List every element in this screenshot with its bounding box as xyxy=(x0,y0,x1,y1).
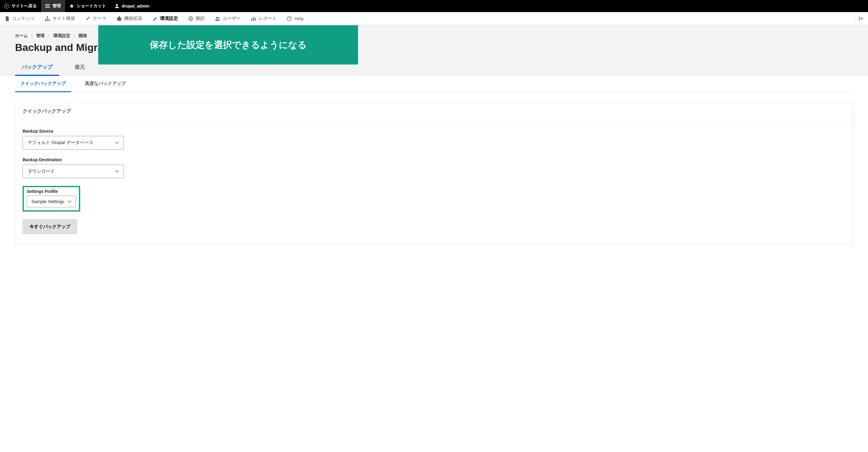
toolbar-structure-label: サイト構築 xyxy=(53,16,75,22)
back-to-site-link[interactable]: サイトへ戻る xyxy=(0,0,41,12)
svg-rect-5 xyxy=(47,16,48,18)
backup-destination-label: Backup Destination xyxy=(23,157,845,162)
help-icon: ? xyxy=(287,16,292,22)
toolbar-content[interactable]: コンテンツ xyxy=(0,12,40,25)
breadcrumb-separator: › xyxy=(74,33,75,38)
back-to-site-label: サイトへ戻る xyxy=(11,3,37,9)
page-content: クイックバックアップ 高度なバックアップ クイックバックアップ Backup S… xyxy=(0,76,868,257)
toolbar-people[interactable]: ユーザー xyxy=(210,12,246,25)
settings-profile-value: Sample Settings xyxy=(31,199,64,204)
toolbar-configuration-label: 環境設定 xyxy=(160,16,178,22)
toolbar-reports[interactable]: レポート xyxy=(246,12,282,25)
toolbar-appearance[interactable]: テーマ xyxy=(80,12,112,25)
chevron-down-icon xyxy=(115,170,119,173)
annotation-text: 保存した設定を選択できるようになる xyxy=(150,39,307,51)
backup-source-label: Backup Source xyxy=(23,129,845,133)
user-label: drupal_admin xyxy=(122,4,150,8)
bar-chart-icon xyxy=(251,16,256,22)
toolbar-configuration[interactable]: 環境設定 xyxy=(147,12,183,25)
svg-rect-12 xyxy=(251,19,252,21)
star-icon xyxy=(69,4,74,8)
chevron-down-icon xyxy=(115,141,119,144)
panel-body: Backup Source デフォルト Drupal データベース Backup… xyxy=(16,120,852,245)
breadcrumb-manage[interactable]: 管理 xyxy=(36,33,44,38)
breadcrumb-home[interactable]: ホーム xyxy=(15,33,28,38)
svg-point-4 xyxy=(116,4,118,6)
backup-source-value: デフォルト Drupal データベース xyxy=(28,140,93,146)
backup-destination-select[interactable]: ダウンロード xyxy=(23,164,124,178)
tab-advanced-backup[interactable]: 高度なバックアップ xyxy=(80,76,131,92)
toolbar-appearance-label: テーマ xyxy=(93,16,106,22)
svg-point-11 xyxy=(218,17,220,19)
user-menu[interactable]: drupal_admin xyxy=(110,0,154,12)
toolbar-content-label: コンテンツ xyxy=(12,16,35,22)
backup-source-select[interactable]: デフォルト Drupal データベース xyxy=(23,136,124,150)
admin-toolbar: コンテンツ サイト構築 テーマ 機能拡張 環境設定 翻訳 ユーザー xyxy=(0,12,868,25)
annotation-banner: 保存した設定を選択できるようになる xyxy=(98,25,358,64)
svg-rect-1 xyxy=(45,4,50,5)
shortcuts-label: ショートカット xyxy=(76,3,106,9)
hamburger-icon xyxy=(45,4,50,8)
user-icon xyxy=(115,4,119,8)
toolbar-translate[interactable]: 翻訳 xyxy=(183,12,210,25)
svg-rect-2 xyxy=(45,6,50,6)
page-header: ホーム › 管理 › 環境設定 › 開発 Backup and Migra 保存… xyxy=(0,25,868,76)
toolbar-collapse-button[interactable] xyxy=(855,12,868,25)
tab-quick-backup[interactable]: クイックバックアップ xyxy=(15,76,71,92)
svg-rect-14 xyxy=(255,18,255,21)
shortcuts-link[interactable]: ショートカット xyxy=(65,0,110,12)
tab-restore[interactable]: 復元 xyxy=(68,60,92,76)
backup-now-button[interactable]: 今すぐバックアップ xyxy=(23,219,77,234)
manage-toggle[interactable]: 管理 xyxy=(41,0,65,12)
quick-backup-panel: クイックバックアップ Backup Source デフォルト Drupal デー… xyxy=(15,102,853,245)
brush-icon xyxy=(85,16,90,22)
backup-destination-value: ダウンロード xyxy=(28,168,55,174)
toolbar-extend-label: 機能拡張 xyxy=(124,16,142,22)
svg-point-0 xyxy=(4,4,9,8)
people-icon xyxy=(215,16,220,22)
toolbar-help[interactable]: ? Help xyxy=(282,12,309,25)
breadcrumb-separator: › xyxy=(31,33,33,38)
wrench-icon xyxy=(152,16,158,22)
svg-rect-3 xyxy=(45,7,50,8)
toolbar-reports-label: レポート xyxy=(258,16,277,22)
structure-icon xyxy=(44,16,50,22)
settings-profile-select[interactable]: Sample Settings xyxy=(27,196,76,207)
back-arrow-icon xyxy=(4,4,9,8)
puzzle-icon xyxy=(116,16,122,22)
breadcrumb-separator: › xyxy=(48,33,50,38)
toolbar-translate-label: 翻訳 xyxy=(196,16,205,22)
breadcrumb-config[interactable]: 環境設定 xyxy=(53,33,70,38)
svg-rect-8 xyxy=(49,20,50,21)
svg-rect-7 xyxy=(47,20,48,21)
toolbar-structure[interactable]: サイト構築 xyxy=(40,12,80,25)
breadcrumb-dev[interactable]: 開発 xyxy=(79,33,87,38)
globe-icon xyxy=(188,16,193,22)
collapse-left-icon xyxy=(859,16,864,21)
action-row: 今すぐバックアップ xyxy=(23,219,845,234)
chevron-down-icon xyxy=(68,200,71,203)
toolbar-people-label: ユーザー xyxy=(223,16,241,22)
svg-text:?: ? xyxy=(288,17,290,21)
settings-profile-highlight: Settings Profile Sample Settings xyxy=(23,186,80,212)
svg-rect-17 xyxy=(859,16,860,21)
settings-profile-label: Settings Profile xyxy=(27,189,76,194)
svg-point-10 xyxy=(216,17,218,19)
toolbar-spacer xyxy=(309,12,855,25)
file-icon xyxy=(5,16,10,22)
toolbar-help-label: Help xyxy=(294,16,304,21)
backup-source-group: Backup Source デフォルト Drupal データベース xyxy=(23,129,845,150)
admin-topbar: サイトへ戻る 管理 ショートカット drupal_admin xyxy=(0,0,868,12)
manage-label: 管理 xyxy=(53,3,61,9)
panel-title: クイックバックアップ xyxy=(16,103,852,120)
svg-rect-6 xyxy=(45,20,46,21)
secondary-tabs: クイックバックアップ 高度なバックアップ xyxy=(15,76,853,92)
tab-backup[interactable]: バックアップ xyxy=(15,60,59,76)
svg-rect-13 xyxy=(253,17,254,21)
backup-destination-group: Backup Destination ダウンロード xyxy=(23,157,845,178)
toolbar-extend[interactable]: 機能拡張 xyxy=(112,12,147,25)
